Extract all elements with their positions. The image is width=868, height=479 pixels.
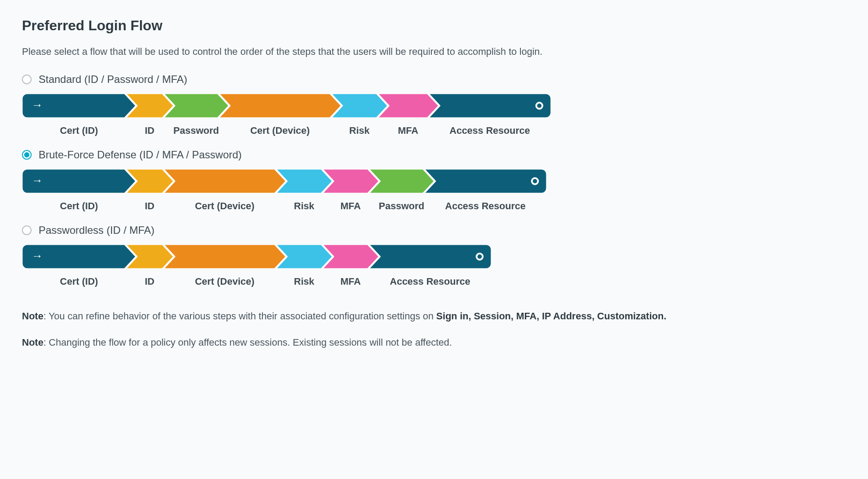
note-1-bold: Sign in, Session, MFA, IP Address, Custo… bbox=[436, 311, 666, 322]
flow-option-brute-force-defense: Brute-Force Defense (ID / MFA / Password… bbox=[22, 149, 846, 212]
flow-option-passwordless: Passwordless (ID / MFA)→Cert (ID)IDCert … bbox=[22, 224, 846, 287]
flow-step-label: MFA bbox=[341, 276, 361, 287]
note-2: Note: Changing the flow for a policy onl… bbox=[22, 336, 846, 350]
flow-step-label: MFA bbox=[398, 125, 418, 136]
flow-step-label: Risk bbox=[294, 200, 314, 212]
flow-step: Access Resource bbox=[428, 93, 551, 136]
note-1-body: : You can refine behavior of the various… bbox=[43, 311, 436, 322]
flow-step: Access Resource bbox=[424, 169, 547, 212]
flow-step-chevron: → bbox=[22, 169, 136, 193]
flow-step-label: Cert (Device) bbox=[195, 200, 255, 212]
flow-step-label: Access Resource bbox=[390, 276, 470, 287]
radio-standard[interactable] bbox=[22, 75, 32, 84]
flow-step-chevron bbox=[163, 169, 286, 193]
flow-step-label: Cert (ID) bbox=[60, 125, 98, 136]
flow-option-label: Passwordless (ID / MFA) bbox=[39, 224, 154, 236]
flow-diagram-passwordless: →Cert (ID)IDCert (Device)RiskMFAAccess R… bbox=[22, 244, 846, 287]
flow-step-label: ID bbox=[145, 276, 154, 287]
flow-step-label: Cert (ID) bbox=[60, 276, 98, 287]
flow-step: Access Resource bbox=[369, 244, 491, 287]
flow-option-label: Standard (ID / Password / MFA) bbox=[39, 73, 187, 86]
flow-step-chevron bbox=[424, 169, 547, 193]
flow-step-chevron bbox=[369, 244, 491, 269]
flow-option-label: Brute-Force Defense (ID / MFA / Password… bbox=[39, 149, 242, 161]
flow-step-chevron: → bbox=[22, 244, 136, 269]
flow-end-icon bbox=[531, 177, 539, 185]
flow-step-label: MFA bbox=[341, 200, 361, 212]
flow-step: →Cert (ID) bbox=[22, 244, 136, 287]
flow-option-header-standard[interactable]: Standard (ID / Password / MFA) bbox=[22, 73, 846, 86]
radio-brute-force-defense[interactable] bbox=[22, 150, 32, 160]
flow-step: →Cert (ID) bbox=[22, 169, 136, 212]
flow-option-standard: Standard (ID / Password / MFA)→Cert (ID)… bbox=[22, 73, 846, 136]
flow-step: Cert (Device) bbox=[219, 93, 341, 136]
flow-step-label: Risk bbox=[294, 276, 314, 287]
note-2-prefix: Note bbox=[22, 337, 43, 348]
flow-step-label: Risk bbox=[349, 125, 369, 136]
flow-step-label: Cert (Device) bbox=[250, 125, 310, 136]
description: Please select a flow that will be used t… bbox=[22, 46, 846, 57]
flow-step-label: ID bbox=[145, 200, 154, 212]
flow-step-chevron bbox=[428, 93, 551, 118]
page-title: Preferred Login Flow bbox=[22, 18, 846, 34]
arrow-right-icon: → bbox=[32, 174, 43, 187]
flow-step-label: Password bbox=[173, 125, 219, 136]
flow-options: Standard (ID / Password / MFA)→Cert (ID)… bbox=[22, 73, 846, 287]
flow-end-icon bbox=[476, 253, 484, 261]
flow-option-header-brute-force-defense[interactable]: Brute-Force Defense (ID / MFA / Password… bbox=[22, 149, 846, 161]
flow-step-label: Cert (ID) bbox=[60, 200, 98, 212]
flow-step-chevron: → bbox=[22, 93, 136, 118]
flow-step-label: Access Resource bbox=[449, 125, 530, 136]
arrow-right-icon: → bbox=[32, 98, 43, 112]
arrow-right-icon: → bbox=[32, 249, 43, 263]
flow-step-label: Cert (Device) bbox=[195, 276, 255, 287]
flow-step: Cert (Device) bbox=[163, 169, 286, 212]
note-1: Note: You can refine behavior of the var… bbox=[22, 309, 846, 323]
flow-step-label: ID bbox=[145, 125, 154, 136]
flow-step-label: Password bbox=[379, 200, 424, 212]
flow-option-header-passwordless[interactable]: Passwordless (ID / MFA) bbox=[22, 224, 846, 236]
flow-step-chevron bbox=[163, 244, 286, 269]
flow-diagram-brute-force-defense: →Cert (ID)IDCert (Device)RiskMFAPassword… bbox=[22, 169, 846, 212]
flow-diagram-standard: →Cert (ID)IDPasswordCert (Device)RiskMFA… bbox=[22, 93, 846, 136]
notes-section: Note: You can refine behavior of the var… bbox=[22, 309, 846, 350]
preferred-login-flow-panel: Preferred Login Flow Please select a flo… bbox=[0, 0, 868, 379]
flow-step-chevron bbox=[219, 93, 341, 118]
flow-step: Cert (Device) bbox=[163, 244, 286, 287]
note-1-prefix: Note bbox=[22, 311, 43, 322]
note-2-body: : Changing the flow for a policy only af… bbox=[43, 337, 452, 348]
flow-step-label: Access Resource bbox=[445, 200, 525, 212]
radio-passwordless[interactable] bbox=[22, 225, 32, 235]
flow-end-icon bbox=[535, 102, 543, 110]
flow-step: →Cert (ID) bbox=[22, 93, 136, 136]
